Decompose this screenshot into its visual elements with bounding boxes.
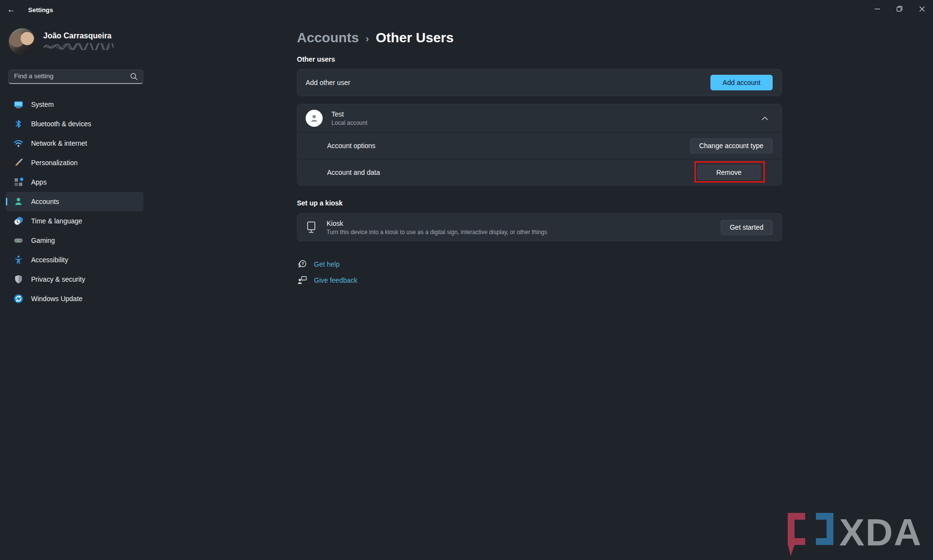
sidebar-item-network[interactable]: Network & internet (6, 134, 143, 153)
sidebar-item-label: Time & language (31, 217, 82, 225)
sidebar-item-label: Privacy & security (31, 275, 85, 283)
network-icon (14, 138, 23, 148)
give-feedback-label: Give feedback (314, 276, 358, 284)
kiosk-card: Kiosk Turn this device into a kiosk to u… (297, 213, 782, 241)
change-account-type-button[interactable]: Change account type (690, 138, 773, 153)
kiosk-icon (306, 221, 316, 233)
restore-icon (897, 6, 902, 12)
page-title: Other Users (376, 30, 453, 46)
kiosk-title: Kiosk (327, 220, 547, 227)
sidebar-item-label: Gaming (31, 237, 55, 244)
kiosk-description: Turn this device into a kiosk to use as … (327, 229, 547, 236)
xda-logo-brackets (788, 513, 833, 556)
back-button[interactable]: ← (0, 0, 22, 19)
help-icon: ? (297, 259, 308, 269)
add-other-user-label: Add other user (306, 79, 350, 86)
sidebar-item-label: Accounts (31, 198, 59, 205)
user-profile[interactable]: João Carrasqueira (9, 28, 151, 55)
sidebar-item-personalization[interactable]: Personalization (6, 153, 143, 172)
settings-window: ← Settings João Carrasqueira (0, 0, 933, 560)
bluetooth-icon (14, 119, 23, 129)
xda-logo-text: XDA (839, 511, 922, 554)
titlebar: ← Settings (0, 0, 933, 19)
footer-links: ? Get help Give feedback (297, 256, 782, 288)
sidebar-item-gaming[interactable]: Gaming (6, 231, 143, 250)
svg-text:?: ? (301, 261, 304, 266)
account-options-row: Account options Change account type (297, 132, 781, 159)
system-icon (14, 100, 23, 109)
sidebar-item-label: Network & internet (31, 139, 87, 147)
give-feedback-link[interactable]: Give feedback (297, 272, 358, 288)
time-language-icon (14, 216, 23, 226)
restore-button[interactable] (888, 0, 911, 17)
account-data-label: Account and data (327, 169, 380, 176)
get-help-link[interactable]: ? Get help (297, 256, 340, 272)
kiosk-heading: Set up a kiosk (297, 199, 782, 207)
sidebar-item-apps[interactable]: Apps (6, 172, 143, 192)
apps-icon (14, 177, 23, 187)
breadcrumb-separator-icon: › (366, 32, 369, 44)
other-users-heading: Other users (297, 55, 782, 63)
sidebar-item-windows-update[interactable]: Windows Update (6, 289, 143, 308)
close-icon (919, 6, 925, 12)
sidebar-item-label: Personalization (31, 159, 78, 167)
account-card: Test Local account Account options Chang… (297, 104, 782, 186)
search-box (8, 69, 143, 84)
account-name: Test (331, 110, 367, 118)
sidebar-item-label: Apps (31, 178, 47, 186)
sidebar-item-time-language[interactable]: Time & language (6, 211, 143, 231)
accounts-icon (14, 197, 23, 206)
sidebar-item-accessibility[interactable]: Accessibility (6, 250, 143, 270)
back-arrow-icon: ← (7, 5, 16, 15)
sidebar-item-label: Windows Update (31, 295, 83, 303)
user-name: João Carrasqueira (43, 32, 117, 40)
sidebar: João Carrasqueira System (0, 19, 151, 55)
window-controls (866, 0, 933, 17)
close-button[interactable] (911, 0, 933, 17)
sidebar-item-label: Bluetooth & devices (31, 120, 91, 128)
privacy-icon (14, 274, 23, 284)
add-user-card: Add other user Add account (297, 69, 782, 96)
add-account-button[interactable]: Add account (710, 75, 773, 90)
person-icon (309, 113, 319, 123)
get-started-button[interactable]: Get started (721, 220, 773, 235)
kiosk-row: Kiosk Turn this device into a kiosk to u… (297, 214, 781, 241)
add-other-user-row: Add other user Add account (297, 69, 781, 96)
xda-logo: XDA (782, 509, 927, 558)
account-header-row[interactable]: Test Local account (297, 104, 781, 132)
windows-update-icon (14, 294, 23, 304)
collapse-button[interactable] (757, 111, 773, 126)
sidebar-item-bluetooth[interactable]: Bluetooth & devices (6, 114, 143, 134)
sidebar-nav: System Bluetooth & devices Network & int… (0, 95, 149, 308)
gaming-icon (14, 236, 23, 245)
personalization-icon (14, 158, 23, 168)
sidebar-item-accounts[interactable]: Accounts (6, 192, 143, 211)
accessibility-icon (14, 255, 23, 265)
search-input[interactable] (9, 72, 130, 81)
account-avatar (306, 110, 323, 127)
main-content: Accounts › Other Users Other users Add o… (297, 19, 782, 288)
sidebar-item-privacy[interactable]: Privacy & security (6, 270, 143, 289)
feedback-icon (297, 275, 308, 285)
user-avatar (9, 28, 36, 55)
breadcrumb-accounts[interactable]: Accounts (297, 30, 359, 46)
get-help-label: Get help (314, 260, 340, 268)
sidebar-item-label: System (31, 101, 54, 108)
chevron-up-icon (761, 116, 768, 120)
redacted-email-scribble (43, 43, 117, 50)
breadcrumb: Accounts › Other Users (297, 28, 782, 48)
minimize-icon (875, 6, 880, 12)
minimize-button[interactable] (866, 0, 888, 17)
account-type: Local account (331, 119, 367, 126)
search-icon[interactable] (130, 73, 138, 80)
account-data-row: Account and data Remove (297, 159, 781, 185)
sidebar-item-system[interactable]: System (6, 95, 143, 114)
window-title: Settings (28, 6, 53, 14)
remove-button[interactable]: Remove (697, 165, 760, 180)
account-options-label: Account options (327, 142, 376, 150)
sidebar-item-label: Accessibility (31, 256, 68, 264)
